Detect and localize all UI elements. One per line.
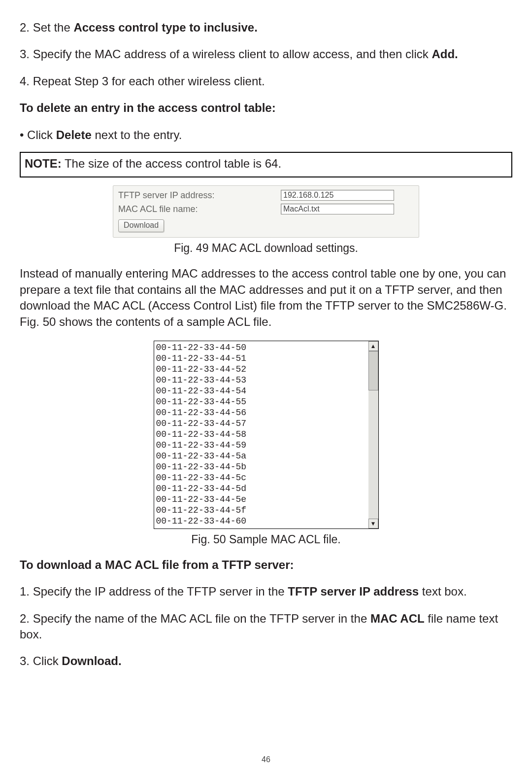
page-number: 46 bbox=[0, 755, 532, 764]
scroll-down-icon[interactable]: ▼ bbox=[368, 519, 378, 528]
text: 2. Specify the name of the MAC ACL file … bbox=[20, 612, 370, 625]
heading-delete-entry: To delete an entry in the access control… bbox=[20, 100, 512, 116]
acl-file-line: 00-11-22-33-44-5d bbox=[156, 483, 366, 494]
tftp-ip-input[interactable] bbox=[281, 190, 394, 201]
note-box: NOTE: The size of the access control tab… bbox=[20, 152, 512, 177]
mac-acl-file-label: MAC ACL file name: bbox=[118, 204, 281, 214]
acl-file-line: 00-11-22-33-44-5a bbox=[156, 451, 366, 461]
acl-file-line: 00-11-22-33-44-5b bbox=[156, 461, 366, 472]
dl-step-2: 2. Specify the name of the MAC ACL file … bbox=[20, 611, 512, 643]
acl-file-line: 00-11-22-33-44-54 bbox=[156, 386, 366, 396]
acl-file-line: 00-11-22-33-44-60 bbox=[156, 516, 366, 527]
acl-file-line: 00-11-22-33-44-5e bbox=[156, 494, 366, 505]
text-bold: Delete bbox=[56, 128, 92, 141]
acl-file-line: 00-11-22-33-44-50 bbox=[156, 342, 366, 353]
text-bold: Download. bbox=[62, 654, 121, 668]
note-label: NOTE: bbox=[25, 157, 62, 170]
scroll-track[interactable] bbox=[368, 351, 378, 519]
text: • Click bbox=[20, 128, 56, 141]
text-bold: Add. bbox=[432, 47, 458, 61]
fig49-row-tftp: TFTP server IP address: bbox=[118, 190, 414, 201]
scroll-thumb[interactable] bbox=[368, 351, 378, 390]
dl-step-3: 3. Click Download. bbox=[20, 653, 512, 669]
step-3: 3. Specify the MAC address of a wireless… bbox=[20, 46, 512, 62]
mac-acl-file-input[interactable] bbox=[281, 204, 394, 214]
note-text: The size of the access control table is … bbox=[62, 157, 281, 170]
text-bold: Access control type to inclusive. bbox=[73, 21, 257, 34]
acl-file-line: 00-11-22-33-44-58 bbox=[156, 429, 366, 440]
step-4: 4. Repeat Step 3 for each other wireless… bbox=[20, 73, 512, 89]
acl-file-line: 00-11-22-33-44-53 bbox=[156, 375, 366, 386]
document-page: 2. Set the Access control type to inclus… bbox=[0, 0, 532, 774]
download-button[interactable]: Download bbox=[118, 219, 164, 232]
text-bold: MAC ACL bbox=[370, 612, 425, 625]
fig49-row-mac: MAC ACL file name: bbox=[118, 204, 414, 214]
step-2: 2. Set the Access control type to inclus… bbox=[20, 20, 512, 35]
text-bold: TFTP server IP address bbox=[288, 585, 419, 598]
acl-file-line: 00-11-22-33-44-5c bbox=[156, 472, 366, 483]
acl-file-line: 00-11-22-33-44-59 bbox=[156, 440, 366, 451]
paragraph-instead: Instead of manually entering MAC address… bbox=[20, 266, 512, 330]
acl-file-line: 00-11-22-33-44-51 bbox=[156, 353, 366, 364]
text: text box. bbox=[419, 585, 466, 598]
acl-file-listing: 00-11-22-33-44-5000-11-22-33-44-5100-11-… bbox=[154, 341, 368, 528]
scrollbar[interactable]: ▲ ▼ bbox=[368, 341, 378, 528]
scroll-up-icon[interactable]: ▲ bbox=[368, 341, 378, 351]
text: 3. Click bbox=[20, 654, 62, 668]
fig50-panel: 00-11-22-33-44-5000-11-22-33-44-5100-11-… bbox=[154, 341, 379, 529]
tftp-ip-label: TFTP server IP address: bbox=[118, 190, 281, 201]
acl-file-line: 00-11-22-33-44-56 bbox=[156, 407, 366, 418]
text: 2. Set the bbox=[20, 21, 73, 34]
acl-file-line: 00-11-22-33-44-52 bbox=[156, 364, 366, 375]
text: 1. Specify the IP address of the TFTP se… bbox=[20, 585, 288, 598]
acl-file-line: 00-11-22-33-44-55 bbox=[156, 396, 366, 407]
text: next to the entry. bbox=[92, 128, 182, 141]
acl-file-line: 00-11-22-33-44-57 bbox=[156, 418, 366, 429]
heading-download-acl: To download a MAC ACL file from a TFTP s… bbox=[20, 557, 512, 573]
acl-file-line: 00-11-22-33-44-5f bbox=[156, 505, 366, 516]
fig49-caption: Fig. 49 MAC ACL download settings. bbox=[20, 242, 512, 255]
bullet-delete: • Click Delete next to the entry. bbox=[20, 127, 512, 143]
text: 3. Specify the MAC address of a wireless… bbox=[20, 47, 432, 61]
fig50-caption: Fig. 50 Sample MAC ACL file. bbox=[20, 533, 512, 546]
dl-step-1: 1. Specify the IP address of the TFTP se… bbox=[20, 584, 512, 599]
fig49-panel: TFTP server IP address: MAC ACL file nam… bbox=[113, 185, 419, 238]
